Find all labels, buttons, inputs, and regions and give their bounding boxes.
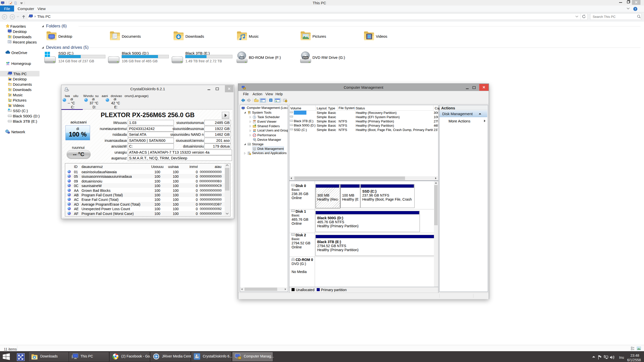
svg-text:BD: BD bbox=[240, 56, 244, 59]
svg-text:?: ? bbox=[270, 99, 272, 102]
svg-text:DVD: DVD bbox=[303, 56, 308, 59]
svg-text:?: ? bbox=[635, 7, 636, 11]
